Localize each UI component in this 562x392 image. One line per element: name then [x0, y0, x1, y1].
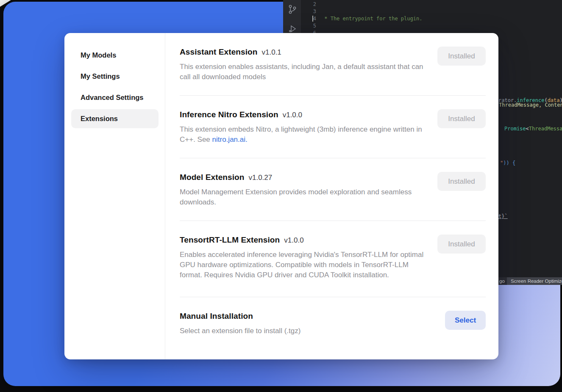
status-bar-time[interactable]: go	[499, 277, 505, 285]
extension-row-tensorrt: TensortRT-LLM Extensionv1.0.0 Enables ac…	[180, 235, 486, 297]
code-fragment-promise: Promise<ThreadMessage>	[504, 126, 562, 132]
nitro-link[interactable]: nitro.jan.ai.	[212, 135, 248, 144]
code-fragment-brace: ")) {	[500, 160, 515, 166]
installed-button[interactable]: Installed	[437, 109, 486, 128]
extensions-list: Assistant Extensionv1.0.1 This extension…	[165, 33, 498, 359]
extension-description: This extension embeds Nitro, a lightweig…	[180, 124, 428, 145]
extension-name: Inference Nitro Extension	[180, 110, 278, 119]
sidebar-item-my-models[interactable]: My Models	[71, 46, 159, 65]
extension-version: v1.0.27	[248, 174, 272, 182]
extension-name: Manual Installation	[180, 312, 253, 320]
status-bar-screen-reader[interactable]: Screen Reader Optimized	[507, 277, 562, 285]
extension-name: Assistant Extension	[180, 47, 258, 56]
settings-sidebar: My Models My Settings Advanced Settings …	[64, 33, 165, 359]
extension-version: v1.0.0	[283, 111, 302, 119]
sidebar-item-my-settings[interactable]: My Settings	[71, 67, 159, 86]
extension-row-manual-install: Manual Installation Select an extension …	[180, 312, 486, 349]
installed-button[interactable]: Installed	[437, 47, 486, 66]
extension-description: Enables accelerated inference leveraging…	[180, 250, 428, 280]
code-line-2: * The entrypoint for the plugin.	[321, 15, 562, 22]
extension-description: Select an extension file to install (.tg…	[180, 326, 300, 336]
code-fragment-inference: rator.inference(data));	[498, 97, 562, 104]
source-control-icon[interactable]	[287, 4, 298, 14]
extension-name: Model Extension	[180, 173, 244, 182]
select-button[interactable]: Select	[445, 311, 486, 330]
settings-modal: My Models My Settings Advanced Settings …	[64, 33, 498, 359]
extension-row-model: Model Extensionv1.0.27 Model Management …	[180, 173, 486, 221]
debug-icon[interactable]	[287, 24, 298, 34]
code-fragment-template: t}`	[498, 213, 508, 220]
extension-name: TensortRT-LLM Extension	[180, 235, 280, 244]
extension-version: v1.0.0	[284, 236, 303, 244]
extension-row-nitro: Inference Nitro Extensionv1.0.0 This ext…	[180, 110, 486, 158]
extension-version: v1.0.1	[262, 48, 281, 56]
installed-button[interactable]: Installed	[437, 172, 486, 191]
sidebar-item-extensions[interactable]: Extensions	[71, 109, 159, 128]
extension-description: Model Management Extension provides mode…	[180, 187, 428, 207]
extension-description: This extension enables assistants, inclu…	[180, 62, 428, 82]
sidebar-item-advanced-settings[interactable]: Advanced Settings	[71, 88, 159, 107]
installed-button[interactable]: Installed	[437, 235, 486, 254]
extension-row-assistant: Assistant Extensionv1.0.1 This extension…	[180, 47, 486, 96]
text-cursor	[312, 16, 313, 22]
line-numbers: 2 3 4 5 6	[301, 1, 321, 37]
